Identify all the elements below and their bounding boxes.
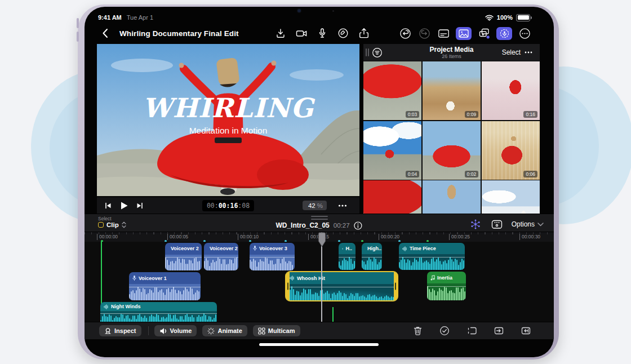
delete-icon[interactable]: [411, 324, 424, 338]
titles-icon[interactable]: [437, 26, 450, 40]
timeline-clip-voiceover2b[interactable]: Voiceover 2: [204, 243, 238, 270]
trim-handle-left[interactable]: [286, 272, 290, 300]
media-browser-button[interactable]: [456, 27, 472, 40]
ruler-tick: 00:00:25: [449, 234, 470, 240]
timeline-grabber[interactable]: [311, 216, 328, 220]
options-button[interactable]: Options: [512, 220, 544, 228]
zoom-unit: %: [317, 202, 323, 209]
waveform-icon: [342, 246, 343, 251]
approve-icon[interactable]: [438, 324, 451, 338]
info-icon[interactable]: [354, 221, 363, 230]
inspect-label: Inspect: [114, 327, 136, 334]
media-thumbnail[interactable]: 0:04: [363, 121, 421, 180]
clip-duration-badge: 0:09: [465, 111, 479, 118]
overwrite-clip-icon[interactable]: [519, 324, 532, 338]
multicam-viewer-icon[interactable]: [490, 217, 504, 231]
volume-button[interactable]: Volume: [154, 325, 197, 336]
media-thumbnail[interactable]: [482, 180, 540, 214]
animate-label: Animate: [217, 327, 242, 334]
sensor-dot: [332, 10, 334, 12]
selected-clip-duration: 00:27: [334, 222, 350, 229]
bottom-toolbar: Inspect Volume Animate Multicam: [85, 322, 554, 339]
timeline-clip-time-piece[interactable]: Time Piece: [399, 243, 465, 270]
tool-selector[interactable]: Clip: [98, 221, 126, 228]
media-grid: 0:03 0:09 0:16 0:04 0:02 0:06: [363, 61, 540, 214]
trim-handle-right[interactable]: [394, 272, 397, 300]
effects-browser-icon[interactable]: [477, 26, 491, 40]
play-button[interactable]: [117, 199, 131, 212]
clip-duration-badge: 0:06: [523, 171, 537, 177]
clip-duration-badge: 0:16: [523, 111, 537, 118]
ruler-tick: 00:00:20: [379, 234, 399, 240]
battery-icon: [516, 14, 530, 21]
media-thumbnail[interactable]: [423, 180, 481, 214]
chevron-down-icon: [537, 223, 544, 227]
more-icon[interactable]: [518, 26, 531, 40]
ruler-tick: 00:00:30: [519, 234, 540, 240]
project-title: Whirling Documentary Final Edit: [119, 29, 239, 38]
animate-button[interactable]: Animate: [202, 325, 247, 336]
status-time: 9:41 AM: [98, 14, 122, 21]
timeline-clip-voiceover2[interactable]: Voiceover 2: [165, 243, 202, 270]
timecode-main: 00:16: [219, 202, 238, 210]
timeline-clip-high[interactable]: High..: [362, 243, 382, 270]
record-video-icon[interactable]: [295, 26, 308, 40]
timecode-frames: :08: [238, 202, 250, 210]
select-button[interactable]: Select: [502, 48, 521, 56]
viewer-frame: WHIRLING Meditation in Motion: [97, 44, 359, 196]
playhead-handle[interactable]: [318, 232, 326, 247]
media-thumbnail[interactable]: 0:06: [482, 121, 540, 180]
status-time-date: 9:41 AMTue Apr 1: [98, 14, 153, 21]
connections-icon[interactable]: [469, 217, 482, 231]
timeline-clip-inertia[interactable]: Inertia: [427, 272, 466, 300]
timeline-clip-voiceover3[interactable]: Voiceover 3: [250, 243, 295, 270]
volume-down-button: [77, 32, 79, 42]
viewer-zoom-control[interactable]: 42%: [303, 201, 327, 210]
selected-clip-whoosh-hit[interactable]: Whoosh Hit: [285, 271, 398, 301]
music-note-icon: [430, 275, 435, 281]
multicam-button[interactable]: Multicam: [253, 325, 300, 336]
timecode-display[interactable]: 00:00:16:08: [202, 200, 254, 211]
share-icon[interactable]: [357, 26, 371, 40]
viewer-more-icon[interactable]: [336, 199, 349, 212]
inspect-button[interactable]: Inspect: [99, 325, 141, 336]
timeline-clip-h[interactable]: H..: [339, 243, 356, 270]
clip-duration-badge: 0:03: [406, 111, 420, 118]
timeline-clip-voiceover1[interactable]: Voiceover 1: [129, 272, 201, 300]
media-thumbnail[interactable]: 0:16: [482, 61, 540, 120]
media-panel-header: Project Media 26 Items Select: [363, 44, 540, 61]
status-date: Tue Apr 1: [127, 14, 153, 21]
media-thumbnail[interactable]: [363, 180, 421, 214]
apple-pencil-icon[interactable]: [336, 26, 350, 40]
insert-clip-icon[interactable]: [492, 324, 505, 338]
project-media-panel: Project Media 26 Items Select 0:03 0:09 …: [363, 44, 540, 214]
media-thumbnail[interactable]: 0:03: [363, 61, 421, 120]
timeline-tracks[interactable]: Voiceover 2 Voiceover 2 Voiceover 3 H.. …: [85, 242, 554, 322]
media-thumbnail[interactable]: 0:09: [423, 61, 481, 120]
skip-back-icon[interactable]: [101, 199, 115, 212]
ruler-tick: 00:00:00: [97, 234, 118, 240]
status-bar: 9:41 AMTue Apr 1 100%: [98, 13, 530, 22]
timeline-clip-night-winds[interactable]: Night Winds: [100, 302, 217, 322]
import-icon[interactable]: [274, 26, 287, 40]
waveform-icon: [290, 276, 295, 281]
chevron-up-down-icon: [122, 221, 126, 228]
zoom-value: 42: [308, 202, 316, 209]
clip-label: Voiceover 3: [259, 246, 287, 251]
timeline-header: Select Clip WD_Intro_C2_05 00:27 Options: [85, 214, 554, 232]
clip-label: Inertia: [437, 275, 452, 281]
home-indicator[interactable]: [259, 343, 379, 346]
clip-duration-badge: 0:02: [465, 171, 479, 177]
media-more-icon[interactable]: [522, 46, 535, 59]
media-thumbnail[interactable]: 0:02: [423, 121, 481, 180]
viewer[interactable]: WHIRLING Meditation in Motion: [97, 44, 359, 196]
connect-clip-icon[interactable]: [465, 324, 478, 338]
mic-icon[interactable]: [316, 26, 329, 40]
toolbar-divider: [148, 326, 149, 335]
back-button[interactable]: [98, 26, 112, 40]
voice-isolation-button[interactable]: [496, 27, 512, 40]
undo-icon[interactable]: [398, 26, 412, 40]
options-label: Options: [512, 220, 535, 228]
skip-forward-icon[interactable]: [133, 199, 146, 212]
front-camera: [297, 9, 301, 12]
